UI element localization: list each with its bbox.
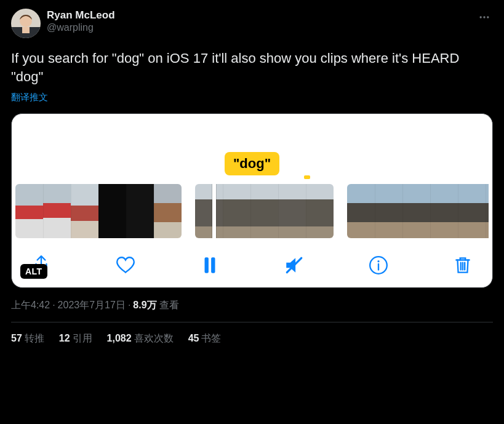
clip-1[interactable] [15, 184, 182, 238]
pause-icon [199, 255, 220, 276]
svg-point-6 [487, 16, 489, 18]
handle: @warpling [47, 22, 115, 34]
like-button[interactable] [113, 253, 138, 278]
alt-badge[interactable]: ALT [20, 264, 47, 279]
tweet-container: Ryan McLeod @warpling If you search for … [0, 0, 504, 345]
retweets-count: 57 [11, 333, 22, 343]
video-frame [278, 184, 306, 238]
video-frame [223, 184, 250, 238]
video-frame [347, 184, 375, 238]
quotes-label: 引用 [73, 333, 92, 343]
svg-point-5 [483, 16, 485, 18]
stat-likes[interactable]: 1,082喜欢次数 [107, 332, 174, 345]
tweet-stats: 57转推 12引用 1,082喜欢次数 45书签 [11, 322, 493, 345]
tweet-date[interactable]: 2023年7月17日 [58, 300, 126, 310]
translate-link[interactable]: 翻译推文 [11, 92, 48, 103]
video-frame [154, 184, 182, 238]
bookmarks-label: 书签 [201, 333, 221, 343]
delete-button[interactable] [450, 253, 475, 278]
video-frame [306, 184, 334, 238]
display-name: Ryan McLeod [47, 9, 115, 22]
avatar[interactable] [11, 9, 41, 38]
svg-rect-8 [211, 258, 215, 274]
clip-3[interactable] [347, 184, 489, 238]
tweet-text: If you search for "dog" on iOS 17 it'll … [11, 49, 493, 86]
svg-point-4 [480, 16, 482, 18]
media-card[interactable]: "dog" [11, 113, 493, 288]
search-tag-tick [304, 175, 310, 179]
video-frame [43, 184, 71, 238]
bookmarks-count: 45 [188, 333, 199, 343]
stat-bookmarks[interactable]: 45书签 [188, 332, 222, 345]
more-button[interactable] [476, 9, 493, 26]
video-frame [250, 184, 278, 238]
video-frame [402, 184, 430, 238]
video-frame [71, 184, 98, 238]
video-frame [430, 184, 458, 238]
svg-rect-3 [22, 27, 30, 33]
svg-rect-7 [205, 258, 209, 274]
mute-icon [284, 255, 305, 276]
tweet-time[interactable]: 上午4:42 [11, 300, 50, 310]
video-frame [15, 184, 43, 238]
video-frame [458, 184, 486, 238]
info-icon [368, 255, 389, 276]
video-frame [98, 184, 126, 238]
video-frame [375, 184, 402, 238]
likes-count: 1,082 [107, 333, 132, 343]
media-inner: "dog" [12, 114, 492, 287]
more-icon [478, 11, 490, 23]
views-count: 8.9万 [133, 300, 156, 310]
stat-quotes[interactable]: 12引用 [59, 332, 92, 345]
media-controls [15, 238, 489, 278]
info-button[interactable] [366, 253, 391, 278]
video-timeline[interactable] [15, 184, 489, 238]
author-names[interactable]: Ryan McLeod @warpling [47, 9, 115, 34]
mute-button[interactable] [282, 253, 306, 278]
views-label: 查看 [159, 300, 179, 310]
playhead[interactable] [212, 184, 216, 238]
retweets-label: 转推 [25, 333, 44, 343]
quotes-count: 12 [59, 333, 70, 343]
avatar-image [11, 9, 41, 38]
tweet-meta: 上午4:42·2023年7月17日·8.9万 查看 [11, 299, 493, 312]
pause-button[interactable] [198, 253, 222, 278]
stat-retweets[interactable]: 57转推 [11, 332, 44, 345]
tweet-header: Ryan McLeod @warpling [11, 9, 493, 38]
search-tag-row: "dog" [15, 118, 489, 184]
clip-2[interactable] [195, 184, 334, 238]
heart-icon [115, 255, 136, 276]
trash-icon [452, 255, 473, 276]
video-frame [195, 184, 223, 238]
video-frame [126, 184, 154, 238]
likes-label: 喜欢次数 [134, 333, 174, 343]
svg-point-11 [377, 260, 379, 262]
video-frame [486, 184, 489, 238]
search-tag: "dog" [225, 152, 279, 175]
